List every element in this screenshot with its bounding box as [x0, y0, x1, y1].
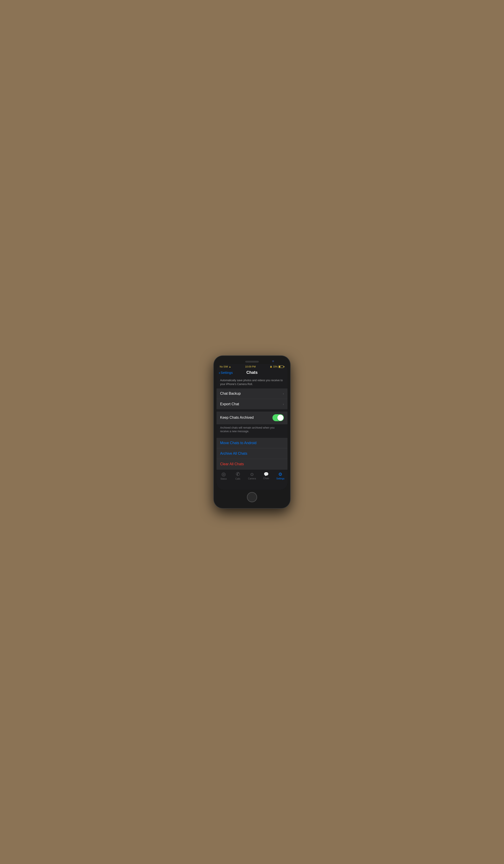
camera-roll-description: Automatically save photos and videos you… — [216, 377, 288, 388]
keep-chats-archived-row[interactable]: Keep Chats Archived — [216, 411, 288, 424]
tab-camera-label: Camera — [248, 477, 256, 480]
chat-backup-item[interactable]: Chat Backup › — [216, 388, 288, 399]
camera-icon: ⊙ — [250, 472, 254, 477]
tab-calls[interactable]: ✆ Calls — [231, 471, 244, 480]
export-chat-label: Export Chat — [220, 402, 239, 406]
phone-screen: No SIM ▲ 10:09 PM 🔒 33% — [216, 364, 288, 490]
chat-backup-label: Chat Backup — [220, 392, 241, 396]
back-button[interactable]: ‹ Settings — [219, 371, 233, 375]
chat-backup-chevron: › — [283, 392, 284, 395]
clear-all-chats-item[interactable]: Clear All Chats — [216, 459, 288, 469]
toggle-knob — [277, 415, 284, 421]
section-backup: Chat Backup › Export Chat › — [216, 388, 288, 409]
status-right: 🔒 33% — [270, 365, 284, 368]
section-divider-1 — [216, 409, 288, 411]
battery-body — [278, 365, 284, 368]
page-title: Chats — [247, 370, 257, 375]
tab-calls-label: Calls — [236, 478, 240, 480]
lock-icon: 🔒 — [270, 365, 272, 368]
carrier-label: No SIM — [220, 365, 228, 368]
speaker — [245, 361, 259, 363]
status-left: No SIM ▲ — [220, 365, 231, 368]
section-actions: Move Chats to Android Archive All Chats … — [216, 438, 288, 469]
clear-all-chats-label: Clear All Chats — [220, 462, 244, 466]
archive-all-chats-label: Archive All Chats — [220, 452, 247, 456]
back-chevron-icon: ‹ — [219, 371, 220, 375]
wifi-icon: ▲ — [229, 365, 231, 368]
nav-header: ‹ Settings Chats — [216, 369, 288, 377]
phone-bottom — [216, 490, 288, 505]
keep-chats-archived-label: Keep Chats Archived — [220, 416, 254, 420]
export-chat-item[interactable]: Export Chat › — [216, 399, 288, 409]
status-time: 10:09 PM — [245, 365, 255, 368]
settings-icon: ⚙ — [278, 471, 282, 477]
move-chats-android-label: Move Chats to Android — [220, 441, 256, 445]
status-icon: ◎ — [221, 471, 226, 477]
archived-description: Archived chats will remain archived when… — [216, 424, 288, 436]
phone-top-bar — [216, 359, 288, 364]
chats-icon: 💬 — [264, 472, 268, 477]
phone-frame: No SIM ▲ 10:09 PM 🔒 33% — [214, 356, 290, 508]
tab-camera[interactable]: ⊙ Camera — [245, 472, 259, 480]
battery-fill — [279, 366, 280, 368]
tab-settings-label: Settings — [276, 477, 284, 480]
status-bar: No SIM ▲ 10:09 PM 🔒 33% — [216, 364, 288, 369]
keep-chats-archived-toggle[interactable] — [273, 414, 284, 421]
move-chats-android-item[interactable]: Move Chats to Android — [216, 438, 288, 448]
section-archived: Keep Chats Archived — [216, 411, 288, 424]
calls-icon: ✆ — [236, 471, 240, 477]
screen-content: No SIM ▲ 10:09 PM 🔒 33% — [216, 364, 288, 490]
tab-status[interactable]: ◎ Status — [217, 471, 230, 480]
battery-percent: 33% — [273, 365, 278, 368]
tab-chats-label: Chats — [263, 477, 269, 480]
tab-chats[interactable]: 💬 Chats — [260, 472, 273, 480]
back-label: Settings — [220, 371, 233, 374]
battery-tip — [284, 366, 284, 367]
archive-all-chats-item[interactable]: Archive All Chats — [216, 448, 288, 459]
tab-status-label: Status — [220, 478, 227, 480]
export-chat-chevron: › — [283, 403, 284, 406]
camera-dot — [272, 360, 274, 362]
tab-settings[interactable]: ⚙ Settings — [274, 471, 287, 480]
tab-bar: ◎ Status ✆ Calls ⊙ Camera 💬 Chats ⚙ S — [216, 469, 288, 482]
home-button[interactable] — [247, 492, 257, 502]
battery-icon — [278, 365, 284, 368]
section-divider-2 — [216, 435, 288, 438]
